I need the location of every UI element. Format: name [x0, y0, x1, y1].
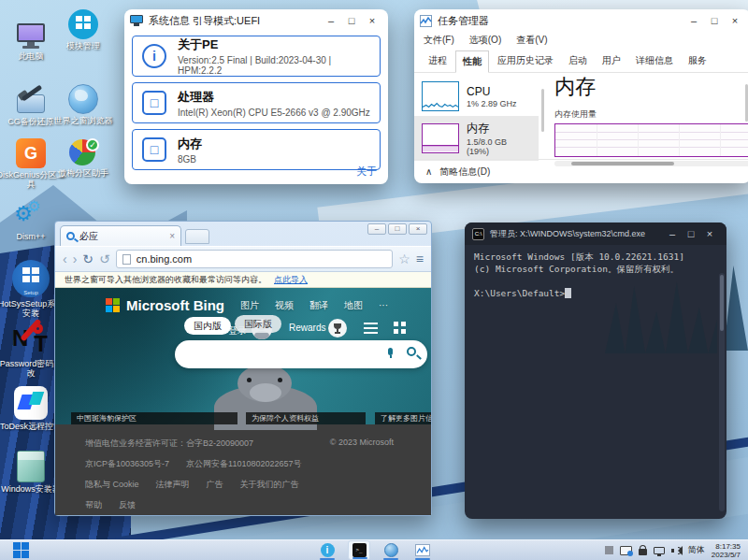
ime-keyboard-icon[interactable]	[620, 546, 632, 555]
ime-language-label[interactable]: 简体	[688, 544, 705, 556]
menu-file[interactable]: 文件(F)	[424, 34, 454, 47]
microphone-icon[interactable]	[387, 348, 394, 358]
icon-label: 此电脑	[0, 51, 65, 61]
minimize-button[interactable]: –	[367, 223, 386, 235]
page-icon	[122, 254, 131, 265]
image-caption[interactable]: 为保障个人资料权益	[246, 412, 366, 424]
bing-logo-text[interactable]: Microsoft Bing	[126, 297, 224, 313]
cpu-mini-chart	[422, 81, 459, 111]
clock[interactable]: 8:17:35 2023/5/7	[712, 542, 741, 559]
minimize-button[interactable]: –	[683, 15, 704, 26]
scrollbar[interactable]	[719, 273, 725, 511]
memory-usage-label: 内存使用量	[554, 108, 748, 121]
feedback-link[interactable]: 反馈	[119, 499, 136, 511]
bing-hero-image: Microsoft Bing 图片 视频 翻译 地图 ··· 国际版 国内版 登…	[55, 288, 431, 424]
scrollbar[interactable]	[541, 89, 544, 132]
tab-details[interactable]: 详细信息	[629, 50, 680, 72]
taskbar-cmd-app[interactable]: >_	[348, 540, 370, 560]
speaker-icon[interactable]	[671, 546, 682, 555]
rewards-link[interactable]: Rewards	[289, 323, 325, 333]
tab-processes[interactable]: 进程	[422, 50, 453, 72]
about-ads-link[interactable]: 关于我们的广告	[240, 479, 299, 491]
minimize-button[interactable]: –	[321, 15, 341, 26]
sysinfo-titlebar[interactable]: 系统信息 引导模式:UEFI – □ ×	[124, 9, 388, 32]
taskmgr-title-text: 任务管理器	[438, 14, 489, 28]
close-button[interactable]: ×	[409, 223, 427, 235]
browser-titlebar[interactable]: 必应 × – □ ×	[55, 222, 431, 246]
import-link[interactable]: 点此导入	[274, 274, 308, 286]
icp-link[interactable]: 京ICP备10036305号-7	[85, 458, 169, 470]
start-button[interactable]	[13, 542, 29, 558]
setup-icon: Setup	[12, 260, 50, 297]
new-tab-button[interactable]	[185, 229, 209, 244]
tab-app-history[interactable]: 应用历史记录	[491, 50, 560, 72]
cpu-card[interactable]: □ 处理器 Intel(R) Xeon(R) CPU E5-2666 v3 @ …	[132, 82, 381, 123]
qr-code-icon[interactable]	[394, 322, 406, 334]
help-link[interactable]: 帮助	[85, 499, 102, 511]
nav-translate[interactable]: 翻译	[309, 299, 328, 312]
hamburger-menu-icon[interactable]	[364, 323, 378, 334]
taskmgr-window: 任务管理器 – □ × 文件(F) 选项(O) 查看(V) 进程 性能 应用历史…	[414, 9, 748, 183]
close-button[interactable]: ×	[362, 15, 382, 26]
tab-performance[interactable]: 性能	[455, 50, 489, 73]
desktop-icon-world-browser[interactable]: 世界之窗浏览器	[49, 84, 118, 125]
minimize-button[interactable]: –	[663, 228, 682, 239]
cmd-titlebar[interactable]: C:\ 管理员: X:\WINDOWS\system32\cmd.exe – □…	[465, 223, 726, 245]
taskbar-browser-app[interactable]	[380, 540, 402, 560]
favorite-star-icon[interactable]: ☆	[398, 251, 410, 266]
nav-more-icon[interactable]: ···	[379, 300, 388, 310]
nav-maps[interactable]: 地图	[344, 299, 363, 312]
about-link[interactable]: 关于	[356, 165, 377, 179]
memory-detail-heading: 内存	[554, 73, 748, 101]
tab-services[interactable]: 服务	[682, 50, 713, 72]
security-link[interactable]: 京公网安备11010802022657号	[186, 458, 301, 470]
menu-options[interactable]: 选项(O)	[469, 34, 501, 47]
desktop-icon-partition-assistant[interactable]: ✓ 傲梅分区助手	[49, 138, 118, 178]
taskbar-taskmgr-app[interactable]	[411, 540, 434, 560]
bing-search-input[interactable]	[175, 340, 427, 368]
ads-link[interactable]: 广告	[207, 479, 223, 491]
maximize-button[interactable]: □	[704, 15, 725, 26]
nav-videos[interactable]: 视频	[275, 299, 294, 312]
legal-link[interactable]: 法律声明	[156, 479, 190, 491]
maximize-button[interactable]: □	[682, 228, 700, 239]
cmd-output[interactable]: Microsoft Windows [版本 10.0.22621.1631] (…	[465, 245, 726, 519]
menu-view[interactable]: 查看(V)	[516, 34, 547, 47]
tray-app-icon[interactable]	[605, 546, 613, 554]
close-button[interactable]: ×	[700, 228, 719, 239]
close-button[interactable]: ×	[725, 15, 745, 26]
privacy-link[interactable]: 隐私与 Cookie	[85, 479, 139, 491]
cpu-list-item[interactable]: CPU 1% 2.89 GHz	[414, 77, 539, 116]
redo-icon[interactable]: ↺	[99, 251, 110, 266]
computer-icon	[15, 23, 47, 50]
browser-tab[interactable]: 必应 ×	[60, 225, 181, 246]
maximize-button[interactable]: □	[388, 223, 407, 235]
tab-startup[interactable]: 启动	[562, 50, 594, 72]
refresh-icon[interactable]: ↻	[82, 251, 94, 266]
region-tab-international[interactable]: 国际版	[235, 315, 281, 333]
forward-icon[interactable]: ›	[73, 251, 78, 266]
about-pe-card[interactable]: i 关于PE Version:2.5 Final | Build:2023-04…	[132, 36, 381, 77]
back-icon[interactable]: ‹	[63, 251, 67, 266]
network-monitor-icon[interactable]	[654, 547, 665, 554]
rewards-trophy-icon[interactable]	[328, 319, 347, 337]
tab-close-icon[interactable]: ×	[169, 231, 175, 241]
image-caption[interactable]: 了解更多图片信息	[375, 412, 431, 424]
taskbar-sysinfo-app[interactable]: i	[316, 540, 338, 560]
address-bar[interactable]: cn.bing.com	[116, 250, 393, 268]
memory-card[interactable]: □ 内存 8GB	[132, 129, 381, 170]
memory-list-item[interactable]: 内存 1.5/8.0 GB (19%)	[414, 116, 539, 161]
desktop-icon-module-manager[interactable]: 模块管理	[49, 9, 118, 50]
cmd-title-text: 管理员: X:\WINDOWS\system32\cmd.exe	[490, 228, 645, 240]
browser-menu-icon[interactable]: ≡	[416, 251, 424, 266]
nav-images[interactable]: 图片	[240, 299, 259, 312]
tab-users[interactable]: 用户	[596, 50, 627, 72]
fewer-details-toggle[interactable]: 简略信息(D)	[439, 165, 490, 179]
taskmgr-titlebar[interactable]: 任务管理器 – □ ×	[414, 9, 748, 32]
maximize-button[interactable]: □	[341, 15, 362, 26]
region-tab-domestic[interactable]: 国内版	[184, 317, 231, 335]
image-caption[interactable]: 中国斑海豹保护区	[71, 412, 237, 424]
diskgenius-icon: G	[16, 138, 46, 168]
search-submit-icon[interactable]	[407, 347, 416, 356]
lock-icon[interactable]	[639, 549, 647, 555]
